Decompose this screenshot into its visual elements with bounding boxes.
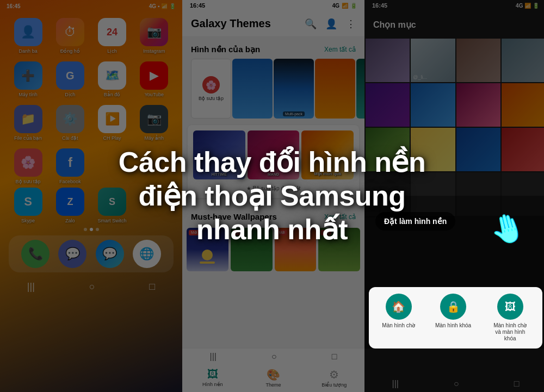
- app-youtube[interactable]: ▶ YouTube: [137, 61, 171, 97]
- app-may-anh[interactable]: 📷 Máy ảnh: [137, 105, 171, 141]
- photo-cell-9[interactable]: [366, 128, 410, 171]
- app-bo-suu-tap[interactable]: 🌸 Bộ sưu tập: [11, 148, 45, 184]
- nav-home-icon[interactable]: ○: [89, 281, 95, 293]
- gt-nav-back[interactable]: |||: [210, 352, 217, 362]
- mh-thumb-nature[interactable]: Mới: [318, 228, 360, 271]
- bottom-dock: 📞 💬 💬 🌐: [9, 235, 174, 272]
- mh-thumb-green[interactable]: Mới: [231, 228, 273, 271]
- nav-recent-icon[interactable]: □: [149, 281, 155, 293]
- more-icon[interactable]: ⋮: [346, 18, 356, 30]
- app-instagram[interactable]: 📷 Instagram: [137, 18, 171, 54]
- mh-thumb-night[interactable]: Mới: [187, 228, 228, 271]
- search-icon[interactable]: 🔍: [305, 18, 317, 30]
- gt-status-time: 16:45: [190, 2, 205, 9]
- pr-nav-home[interactable]: ○: [454, 379, 459, 389]
- left-nav-bar: ||| ○ □: [0, 277, 182, 297]
- wallpaper-thumb-teal[interactable]: [356, 59, 364, 119]
- home-screen-icon: 🏠: [386, 294, 412, 320]
- mid-wt-1[interactable]: HITTIME: [193, 130, 245, 179]
- photo-cell-4[interactable]: [502, 39, 544, 82]
- photo-cell-11[interactable]: [456, 128, 500, 171]
- photo-cell-1[interactable]: [366, 39, 410, 82]
- left-time: 16:45: [7, 3, 21, 9]
- hinh-nen-icon: 🖼: [207, 368, 218, 381]
- section2-title: Must-have Wallpapers: [191, 212, 277, 221]
- gt-nav-recent[interactable]: □: [332, 352, 337, 362]
- hinh-nen-label: Hình nền: [202, 382, 223, 387]
- new-badge-3: Mới: [277, 230, 287, 235]
- app-zalo[interactable]: Z Zalo: [53, 188, 87, 223]
- option-lock-screen[interactable]: 🔒 Màn hình khóa: [435, 294, 471, 342]
- choose-title: Chọn mục: [373, 20, 416, 30]
- phone-middle-screenshot: 16:45 4G 📶 🔋 Galaxy Themes 🔍 👤 ⋮ Hình nề…: [182, 0, 364, 392]
- app-ch-play[interactable]: ▶️ CH Play: [95, 105, 129, 141]
- wallpaper-thumb-space[interactable]: Multi-pack: [274, 59, 314, 119]
- must-have-section: Must-have Wallpapers Xem tất cả Mới Mới …: [182, 204, 364, 271]
- mid-wt-3[interactable]: Một món quà: [301, 130, 354, 179]
- app-sms[interactable]: 💬: [57, 240, 88, 268]
- option-home-screen[interactable]: 🏠 Màn hình chờ: [382, 294, 415, 342]
- page-dots: [0, 228, 182, 231]
- app-phone[interactable]: 📞: [20, 240, 51, 268]
- dot-2: [90, 228, 93, 231]
- new-badge-2: Mới: [233, 230, 243, 235]
- wallpaper-thumb-collection[interactable]: 🌸 Bộ sưu tập: [191, 59, 231, 119]
- left-status-bar: 16:45 4G ▪ 📶 🔋: [0, 0, 182, 13]
- photo-cell-2[interactable]: @_li...: [411, 39, 455, 82]
- nav-theme[interactable]: 🎨 Theme: [243, 368, 304, 388]
- choose-section-header: Chọn mục: [364, 11, 544, 39]
- set-wallpaper-text: Đặt làm hình nền: [384, 217, 447, 226]
- app-dong-ho[interactable]: ⏱ Đồng hồ: [53, 18, 87, 54]
- theme-icon: 🎨: [267, 368, 280, 381]
- photo-cell-12[interactable]: [502, 128, 544, 171]
- app-ban-do[interactable]: 🗺️ Bản đồ: [95, 61, 129, 97]
- wallpaper-thumb-orange[interactable]: [315, 59, 355, 119]
- app-chrome[interactable]: 🌐: [131, 240, 163, 268]
- dot-3: [96, 228, 99, 231]
- app-smart-switch[interactable]: S Smart Switch: [95, 188, 129, 223]
- phone-left-screenshot: 16:45 4G ▪ 📶 🔋 👤 Danh ba ⏱ Đồng hồ 24 Lị…: [0, 0, 182, 392]
- profile-icon[interactable]: 👤: [325, 18, 337, 30]
- photo-cell-5[interactable]: [366, 83, 410, 127]
- set-wallpaper-label: Đặt làm hình nền: [375, 212, 455, 231]
- galaxy-themes-status: 16:45 4G 📶 🔋: [182, 0, 364, 11]
- app-messenger[interactable]: 💬: [94, 240, 126, 268]
- gt-system-nav: ||| ○ □: [182, 348, 364, 365]
- section1-title: Hình nền của bạn: [191, 45, 260, 54]
- right-time: 16:45: [372, 2, 387, 9]
- photo-cell-8[interactable]: [502, 83, 544, 127]
- must-have-thumbnails: Mới Mới Mới Mới: [182, 228, 364, 271]
- section2-link[interactable]: Xem tất cả: [324, 213, 356, 221]
- both-screens-label: Màn hình chờ và màn hình khóa: [491, 322, 529, 342]
- gt-status-icons: 4G 📶 🔋: [332, 3, 357, 9]
- app-dich[interactable]: G Dịch: [53, 61, 87, 97]
- mh-thumb-sunset[interactable]: Mới: [275, 228, 317, 271]
- nav-hinh-nen[interactable]: 🖼 Hình nền: [182, 368, 243, 388]
- pr-nav-recent[interactable]: □: [514, 379, 520, 389]
- option-both-screens[interactable]: 🖼 Màn hình chờ và màn hình khóa: [491, 294, 529, 342]
- pr-nav-back[interactable]: |||: [392, 379, 399, 389]
- new-badge-4: Mới: [320, 230, 331, 235]
- nav-back-icon[interactable]: |||: [27, 281, 35, 293]
- dot-1: [84, 228, 87, 231]
- app-cai-dat[interactable]: ⚙️ Cài đặt: [53, 105, 87, 141]
- section1-link[interactable]: Xem tất cả: [324, 46, 356, 53]
- app-skype[interactable]: S Skype: [11, 188, 45, 223]
- right-nav-bar: ||| ○ □: [364, 376, 544, 392]
- photo-cell-10[interactable]: [411, 128, 455, 171]
- photo-cell-3[interactable]: [456, 39, 500, 82]
- mid-card-label: ★ Bộ sưu tập đặc biệt: [193, 179, 354, 192]
- photo-cell-7[interactable]: [456, 83, 500, 127]
- app-facebook[interactable]: f Facebook: [53, 148, 87, 184]
- app-lich[interactable]: 24 Lịch: [95, 18, 129, 54]
- app-file[interactable]: 📁 File của bạn: [11, 105, 45, 141]
- nav-bieu-tuong[interactable]: ⚙ Biểu tượng: [304, 368, 364, 388]
- gt-nav-home[interactable]: ○: [271, 352, 277, 362]
- wallpaper-thumb-blue[interactable]: [232, 59, 273, 119]
- photo-grid: @_li...: [364, 39, 544, 216]
- bieu-tuong-icon: ⚙: [329, 368, 339, 381]
- app-danh-ba[interactable]: 👤 Danh ba: [11, 18, 45, 54]
- mid-wt-2[interactable]: MAND: [248, 130, 300, 179]
- photo-cell-6[interactable]: [411, 83, 455, 127]
- app-may-tinh[interactable]: ➕ Máy tính: [11, 61, 45, 97]
